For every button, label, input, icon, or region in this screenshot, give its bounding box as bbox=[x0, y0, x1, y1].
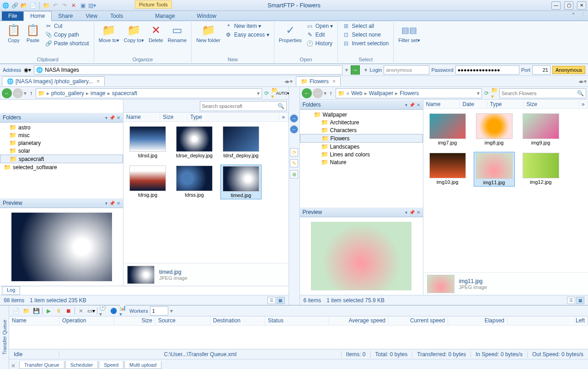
filter-set-button[interactable]: ▤▤Filter set▾ bbox=[396, 22, 422, 44]
tree-item[interactable]: 📁solar bbox=[0, 147, 123, 155]
tq-col-name[interactable]: Name bbox=[9, 316, 59, 325]
rename-button[interactable]: ▭Rename bbox=[166, 22, 189, 44]
select-none-button[interactable]: ⊡Select none bbox=[341, 31, 390, 39]
address-history-icon[interactable]: ◉▾ bbox=[24, 66, 31, 74]
tree-item[interactable]: 📁Characters bbox=[300, 126, 423, 134]
tq-save-icon[interactable]: 💾 bbox=[32, 307, 40, 315]
tab-manage[interactable]: Manage bbox=[149, 11, 181, 21]
dropdown-icon[interactable]: ▾ bbox=[405, 210, 407, 215]
maximize-button[interactable]: ▢ bbox=[564, 1, 573, 10]
file-thumb[interactable]: img7.jpg bbox=[427, 112, 468, 146]
sync-button[interactable]: ⟳ bbox=[290, 148, 298, 156]
col-more[interactable]: » bbox=[579, 101, 588, 107]
close-tab-icon[interactable]: × bbox=[96, 78, 100, 85]
file-thumb[interactable]: img9.jpg bbox=[520, 112, 561, 146]
view-details-icon[interactable]: ☰ bbox=[567, 297, 575, 304]
new-folder-button[interactable]: 📁New folder bbox=[194, 22, 222, 44]
tq-col-left[interactable]: Left bbox=[508, 316, 588, 325]
forward-button[interactable]: → bbox=[13, 88, 23, 98]
col-date[interactable]: Date bbox=[460, 101, 487, 107]
edit-button[interactable]: ✎ bbox=[290, 159, 298, 167]
col-type[interactable]: Type bbox=[187, 114, 279, 120]
col-name[interactable]: Name bbox=[423, 101, 460, 107]
transfer-left-button[interactable]: ← bbox=[290, 125, 298, 134]
search-icon[interactable]: 🔍 bbox=[278, 103, 284, 109]
delete-button[interactable]: ✕Delete bbox=[147, 22, 165, 44]
close-tq-icon[interactable]: ✕ bbox=[11, 363, 16, 369]
tab-nav-icon[interactable]: ◂▸▾ bbox=[285, 78, 292, 85]
go-button[interactable]: → bbox=[351, 65, 360, 75]
qat-new-icon[interactable]: 📄 bbox=[29, 2, 37, 9]
qat-view-icon[interactable]: ▤▾ bbox=[88, 2, 96, 9]
qat-connect-icon[interactable]: 🔗 bbox=[11, 2, 18, 9]
file-thumb[interactable]: img10.jpg bbox=[427, 152, 468, 187]
forward-button[interactable]: → bbox=[313, 88, 323, 98]
left-panel-tab[interactable]: 🌐[NASA Images] /photo_gallery...× bbox=[2, 76, 105, 86]
minimize-button[interactable]: — bbox=[551, 1, 561, 10]
back-button[interactable]: ← bbox=[302, 88, 312, 98]
tree-item[interactable]: 📁Landscapes bbox=[300, 143, 423, 150]
password-input[interactable] bbox=[455, 65, 519, 75]
pin-icon[interactable]: 📌 bbox=[109, 115, 115, 120]
qat-undo-icon[interactable]: ↶ bbox=[52, 2, 59, 9]
search-icon[interactable]: 🔍 bbox=[577, 90, 584, 96]
right-search-input[interactable] bbox=[502, 91, 577, 96]
back-button[interactable]: ← bbox=[2, 88, 12, 98]
help-icon[interactable]: ❔ bbox=[578, 12, 585, 18]
pin-icon[interactable]: 📌 bbox=[409, 102, 415, 107]
file-thumb[interactable]: tdrse_deploy.jpg bbox=[174, 125, 215, 159]
tq-tab-speed[interactable]: Speed bbox=[99, 361, 123, 369]
tree-item[interactable]: 📁misc bbox=[0, 131, 123, 139]
sync-button[interactable]: 📁▾ bbox=[491, 90, 498, 97]
refresh-button[interactable]: ⟳ bbox=[263, 90, 270, 97]
paste-button[interactable]: 📋Paste bbox=[24, 22, 42, 44]
qat-open-icon[interactable]: 📂 bbox=[20, 2, 27, 9]
grid-button[interactable]: ⊞ bbox=[290, 170, 298, 178]
left-search-box[interactable]: 🔍 bbox=[200, 101, 287, 111]
view-details-icon[interactable]: ☰ bbox=[267, 297, 276, 304]
tq-col-source[interactable]: Source bbox=[155, 316, 210, 325]
tq-tab-multi[interactable]: Multi upload bbox=[124, 361, 161, 369]
pin-icon[interactable]: 📌 bbox=[109, 201, 115, 206]
close-panel-icon[interactable]: ✕ bbox=[117, 115, 120, 120]
tq-col-avg[interactable]: Average speed bbox=[329, 316, 389, 325]
new-item-button[interactable]: ＊New item ▾ bbox=[223, 22, 271, 30]
tree-item[interactable]: 📁Wallpaper bbox=[300, 111, 423, 118]
file-thumb[interactable]: img12.jpg bbox=[520, 152, 561, 187]
move-to-button[interactable]: 📁Move to▾ bbox=[97, 22, 121, 44]
tab-window[interactable]: Window bbox=[191, 11, 223, 21]
view-thumbs-icon[interactable]: ▦ bbox=[277, 297, 285, 304]
close-button[interactable]: ✕ bbox=[577, 1, 586, 10]
dropdown-icon[interactable]: ▾ bbox=[105, 115, 107, 120]
left-search-input[interactable] bbox=[202, 103, 278, 109]
qat-redo-icon[interactable]: ↷ bbox=[61, 2, 68, 9]
paste-shortcut-button[interactable]: 🔗Paste shortcut bbox=[43, 39, 91, 48]
left-breadcrumb[interactable]: 📁▸ photo_gallery▸ image▸ spacecraft ▾ bbox=[36, 88, 262, 98]
select-all-button[interactable]: ⊞Select all bbox=[341, 22, 390, 30]
tree-item[interactable]: 📁planetary bbox=[0, 139, 123, 147]
col-type[interactable]: Type bbox=[487, 101, 524, 107]
tq-clock-icon[interactable]: 🕐▾ bbox=[99, 307, 107, 315]
dropdown-icon[interactable]: ▾ bbox=[105, 201, 107, 206]
dropdown-icon[interactable]: ▾ bbox=[405, 102, 407, 107]
copy-button[interactable]: 📋Copy bbox=[5, 22, 23, 44]
right-search-box[interactable]: 🔍 bbox=[499, 88, 586, 98]
tq-tab-scheduler[interactable]: Scheduler bbox=[65, 361, 98, 369]
open-button[interactable]: ▭Open ▾ bbox=[305, 22, 335, 30]
tree-item[interactable]: 📁Nature bbox=[300, 158, 423, 166]
tree-item[interactable]: 📁astro bbox=[0, 123, 123, 131]
close-panel-icon[interactable]: ✕ bbox=[417, 210, 420, 215]
close-panel-icon[interactable]: ✕ bbox=[417, 102, 420, 107]
address-input[interactable]: 🌐NASA Images bbox=[34, 65, 342, 75]
tq-stop-icon[interactable]: ⏹ bbox=[64, 307, 73, 315]
qat-folder-icon[interactable]: 📁 bbox=[43, 2, 50, 9]
easy-access-button[interactable]: ⚙Easy access ▾ bbox=[223, 31, 271, 39]
properties-button[interactable]: ✓Properties bbox=[277, 22, 304, 44]
tree-item[interactable]: 📁selected_software bbox=[0, 163, 123, 171]
file-thumb-selected[interactable]: img11.jpg bbox=[474, 152, 515, 187]
port-input[interactable] bbox=[532, 65, 551, 75]
invert-selection-button[interactable]: ⊟Invert selection bbox=[341, 39, 390, 48]
tq-pause-icon[interactable]: ⏸ bbox=[54, 307, 63, 315]
tree-item-selected[interactable]: 📁Flowers bbox=[300, 134, 423, 143]
file-thumb[interactable]: tdrsg.jpg bbox=[127, 165, 168, 199]
